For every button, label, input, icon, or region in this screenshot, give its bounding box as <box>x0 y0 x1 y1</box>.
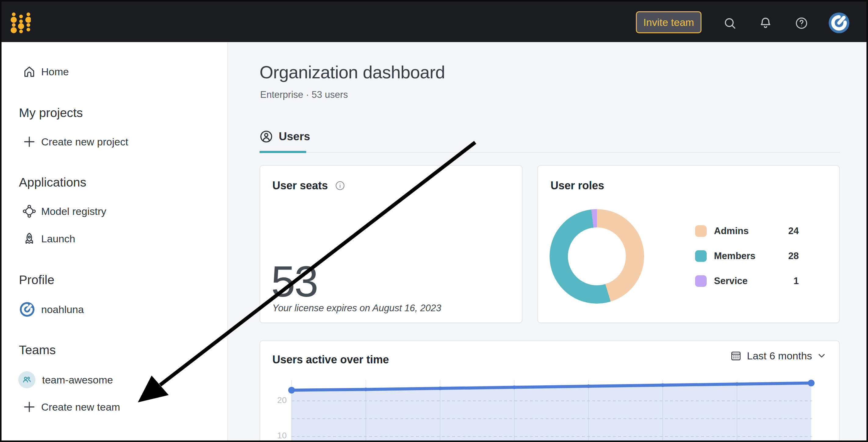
legend-value: 24 <box>788 226 799 236</box>
sidebar-item-label: Create new team <box>41 401 120 413</box>
account-avatar[interactable] <box>829 12 849 33</box>
y-axis-tick-10: 10 <box>269 431 287 440</box>
search-icon[interactable] <box>723 16 737 30</box>
user-seats-count: 53 <box>271 260 317 303</box>
legend-value: 28 <box>788 251 799 261</box>
donut-hole <box>568 227 626 285</box>
tab-label: Users <box>279 130 310 143</box>
legend-swatch-admins <box>695 225 707 237</box>
user-avatar-icon <box>20 302 34 317</box>
sidebar-item-create-new-team[interactable]: Create new team <box>2 396 228 418</box>
sidebar-item-label: Launch <box>41 233 75 245</box>
chevron-down-icon <box>816 351 827 361</box>
plus-icon <box>22 400 36 414</box>
sidebar-item-create-new-project[interactable]: Create new project <box>2 131 228 153</box>
legend-swatch-service <box>695 275 707 287</box>
top-navigation-bar: Invite team <box>2 2 866 42</box>
sidebar-section-profile: Profile <box>19 273 54 287</box>
wandb-logo-icon[interactable] <box>11 12 31 33</box>
sidebar-section-applications: Applications <box>19 175 86 190</box>
info-icon[interactable] <box>335 180 346 191</box>
sidebar-item-model-registry[interactable]: Model registry <box>2 200 228 222</box>
tab-users[interactable]: Users <box>259 130 310 144</box>
sidebar-item-launch[interactable]: Launch <box>2 228 228 250</box>
notifications-bell-icon[interactable] <box>758 16 773 30</box>
sidebar-item-label: noahluna <box>41 304 84 315</box>
user-roles-donut-chart <box>550 209 644 304</box>
legend-row: Service 1 <box>695 273 799 290</box>
card-title: User roles <box>551 179 604 192</box>
date-range-label: Last 6 months <box>747 350 812 362</box>
calendar-icon <box>730 350 742 362</box>
sidebar-item-label: Model registry <box>41 206 106 217</box>
license-expiry-note: Your license expires on August 16, 2023 <box>272 303 441 314</box>
active-tab-indicator <box>259 151 306 153</box>
sidebar-item-label: team-awesome <box>42 374 113 386</box>
date-range-dropdown[interactable]: Last 6 months <box>730 350 827 362</box>
sidebar-item-label: Home <box>41 66 69 78</box>
legend-row: Members 28 <box>695 248 799 264</box>
sidebar-item-profile-user[interactable]: noahluna <box>2 298 228 320</box>
sidebar-section-teams: Teams <box>19 343 56 357</box>
card-title: User seats <box>272 179 328 192</box>
page-title: Organization dashboard <box>259 62 445 82</box>
sidebar-item-team-awesome[interactable]: team-awesome <box>2 369 228 391</box>
sidebar-item-home[interactable]: Home <box>2 61 228 83</box>
home-icon <box>22 65 36 78</box>
legend-label: Members <box>714 251 755 261</box>
rocket-icon <box>22 232 36 246</box>
plus-icon <box>22 135 36 149</box>
help-icon[interactable] <box>795 16 808 30</box>
sidebar-section-my-projects: My projects <box>19 106 83 120</box>
invite-team-button[interactable]: Invite team <box>636 11 702 33</box>
legend-label: Admins <box>714 226 749 236</box>
left-sidebar: Home My projects Create new project Appl… <box>2 42 228 442</box>
y-axis-tick-20: 20 <box>269 396 287 405</box>
team-people-icon <box>18 371 35 388</box>
page-subtitle: Enterprise · 53 users <box>260 89 348 100</box>
legend-swatch-members <box>695 250 707 262</box>
model-registry-icon <box>22 204 36 218</box>
legend-row: Admins 24 <box>695 223 799 240</box>
users-tab-icon <box>259 130 273 144</box>
legend-value: 1 <box>794 276 799 287</box>
sidebar-item-label: Create new project <box>41 136 128 148</box>
tab-divider <box>259 152 840 153</box>
app-window: Invite team <box>0 0 868 442</box>
legend-label: Service <box>714 276 747 287</box>
